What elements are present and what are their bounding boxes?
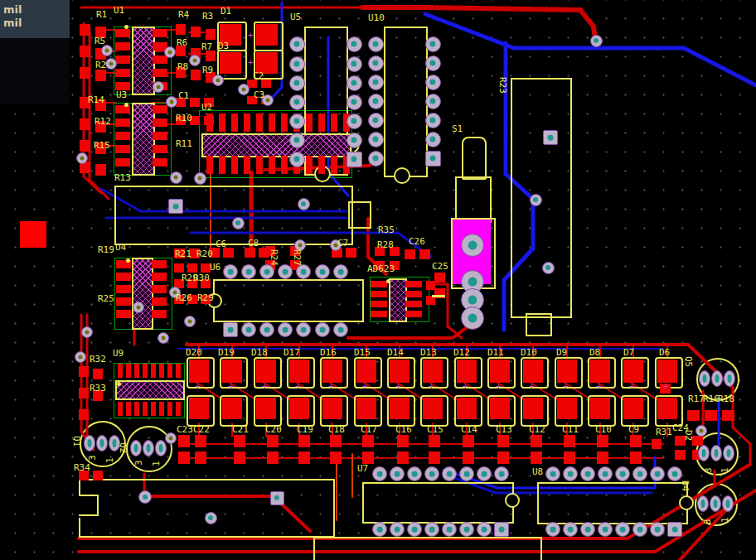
smd-pad [423,398,443,419]
smd-pad [267,435,279,447]
through-hole-pad [459,522,474,537]
smd-pad [256,156,263,174]
ref-designator-c20: C20 [265,425,282,434]
smd-pad [115,42,130,51]
connector-notch-a [79,495,99,496]
smd-pad [457,360,477,383]
smd-pad [371,291,387,297]
smd-pad [152,297,167,306]
through-hole-pad [545,522,560,537]
via [165,432,177,444]
ref-designator-c23: C23 [177,425,193,434]
through-hole-pad [425,94,441,109]
ref-designator-r27: R27 [293,249,302,266]
soic-body [132,103,155,176]
polarity-plus: + [429,383,437,391]
ref-designator-r11: R11 [176,139,192,148]
through-hole-pad [461,307,484,330]
smd-pad [178,451,190,464]
smd-pad [153,158,167,167]
smd-pad [95,164,106,176]
through-hole-pad [368,36,384,52]
ref-designator-c18: C18 [328,425,345,434]
soic-body [132,258,153,330]
smd-pad [330,435,342,447]
smd-pad [245,248,255,258]
via [238,84,250,95]
through-hole-pad [632,466,647,481]
smd-pad [256,24,278,46]
smd-pad [118,364,123,378]
smd-pad [298,451,310,464]
through-hole-pad [425,151,441,167]
ref-designator-q1: Q1 [72,436,81,447]
ref-designator-u8: U8 [532,467,543,476]
smd-pad [134,402,139,416]
ref-designator-1: 1 [720,517,729,523]
through-hole-pad [542,262,555,274]
smd-pad [153,29,167,37]
smd-pad [143,402,148,416]
to92-pad [84,435,95,451]
through-hole-pad [477,466,492,481]
via [194,172,206,185]
through-hole-pad [425,75,441,90]
smd-pad [176,402,181,416]
through-hole-pad [289,133,305,148]
smd-pad [318,113,325,132]
ref-designator-1: 1 [720,467,729,473]
through-hole-pad [289,152,305,167]
smd-pad [687,410,700,421]
ref-designator-d10: D10 [521,348,537,357]
smd-pad [523,360,543,383]
dip-notch [679,495,694,510]
smd-pad [597,451,608,464]
dip-outline [213,279,364,322]
to92-pad [155,440,167,456]
via [166,96,177,108]
smd-pad [405,311,422,317]
smd-pad [151,402,156,416]
smd-pad [405,249,415,259]
smd-pad [115,132,130,140]
through-hole-pad [590,35,603,47]
smd-pad [630,435,642,447]
via [81,326,93,338]
ref-designator-r7: R7 [201,42,212,51]
connector-outline-bottom [313,537,542,560]
readout-panel-shadow [0,38,70,104]
ref-designator-r26: R26 [176,293,192,302]
through-hole-pad [494,466,509,481]
ref-designator-d15: D15 [354,348,371,357]
to92-pad [724,370,735,387]
ref-designator-c9: C9 [628,425,639,434]
ref-designator-r8: R8 [177,62,188,71]
smd-pad [322,360,342,383]
ref-designator-d6: D6 [659,348,670,357]
part-outline-mid-ext [348,201,371,229]
via [158,332,169,344]
smd-pad [115,105,130,113]
trace-segment [684,48,756,85]
soic-body [201,133,351,157]
ref-designator-r16: R16 [703,394,720,403]
smd-pad [152,285,167,293]
through-hole-pad [615,466,630,481]
through-hole-pad [461,234,484,257]
to92-pad [710,445,722,461]
ref-designator-c6: C6 [216,239,226,249]
dip-notch [505,493,520,508]
through-hole-pad [333,264,348,279]
pcb-canvas[interactable]: mil mil +++++++++++++++++R1U1R4R3D1R5R6R… [0,0,756,560]
polarity-plus: + [248,59,256,67]
through-hole-pad [346,75,362,91]
ref-designator-c10: C10 [595,425,612,434]
through-hole-pad [459,466,474,481]
smd-pad [206,156,213,174]
smd-pad [143,364,148,378]
ref-designator-c16: C16 [395,425,412,434]
smd-pad [557,360,577,383]
ref-designator-r31: R31 [656,427,672,437]
through-hole-pad [494,522,509,537]
smd-pad [176,364,181,378]
